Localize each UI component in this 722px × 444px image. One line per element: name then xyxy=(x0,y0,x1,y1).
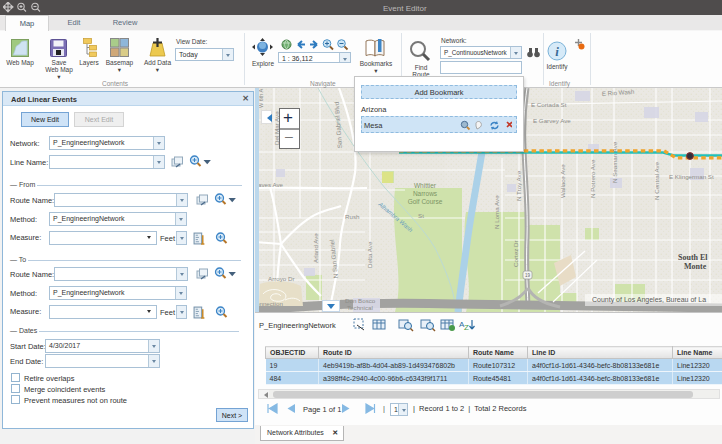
svg-text:Rush: Rush xyxy=(345,213,360,220)
svg-text:N Loma Ave: N Loma Ave xyxy=(493,195,500,229)
svg-text:E Klingerman St: E Klingerman St xyxy=(669,173,714,180)
svg-text:E Garvey Ave: E Garvey Ave xyxy=(533,117,571,124)
svg-text:N Troy Ave: N Troy Ave xyxy=(515,170,522,201)
svg-text:onnection: onnection xyxy=(256,300,283,307)
svg-text:E Cortada St: E Cortada St xyxy=(531,101,567,108)
svg-text:N Central Ave: N Central Ave xyxy=(653,161,660,200)
svg-text:Arland Ave: Arland Ave xyxy=(312,233,319,263)
svg-text:aves Ave: aves Ave xyxy=(258,181,284,188)
svg-text:Cortez Dr: Cortez Dr xyxy=(512,241,519,267)
svg-text:Whittier: Whittier xyxy=(414,182,437,189)
svg-text:Don Bosco: Don Bosco xyxy=(345,297,376,304)
svg-text:Technical: Technical xyxy=(347,304,373,311)
svg-text:Delta Ave: Delta Ave xyxy=(366,241,373,268)
svg-text:St: St xyxy=(418,212,424,219)
svg-text:Monte: Monte xyxy=(684,262,707,271)
svg-text:Z: Z xyxy=(464,323,469,332)
svg-text:Golf Course: Golf Course xyxy=(408,198,443,205)
svg-text:i: i xyxy=(555,44,559,59)
svg-text:Arroyo Dr: Arroyo Dr xyxy=(268,275,294,282)
svg-text:Narrows: Narrows xyxy=(413,190,438,197)
svg-text:N Potrero Ave: N Potrero Ave xyxy=(589,159,596,198)
svg-text:Page 1 of 1: Page 1 of 1 xyxy=(303,405,341,414)
svg-text:Wallace Ave: Wallace Ave xyxy=(559,164,566,198)
svg-text:N Seaman Ave: N Seaman Ave xyxy=(611,141,618,183)
svg-text:County of Los Angeles, Bureau: County of Los Angeles, Bureau of La xyxy=(592,296,706,304)
svg-text:19: 19 xyxy=(525,273,531,278)
svg-text:South El: South El xyxy=(678,253,708,262)
